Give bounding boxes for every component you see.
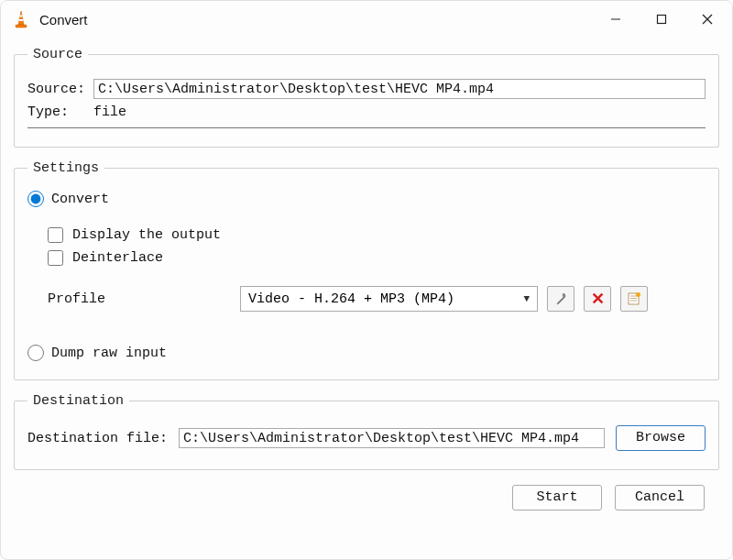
display-output-checkbox[interactable] [48, 227, 63, 243]
window-controls [593, 2, 730, 37]
source-group: Source Source: Type: file [14, 47, 719, 148]
window-title: Convert [39, 12, 593, 27]
dump-radio-row: Dump raw input [27, 345, 706, 361]
display-output-row: Display the output [48, 227, 706, 243]
new-profile-icon [627, 291, 641, 306]
edit-profile-button[interactable] [547, 286, 574, 312]
settings-legend: Settings [27, 160, 104, 176]
svg-rect-1 [19, 19, 23, 21]
svg-rect-2 [16, 25, 27, 27]
convert-radio[interactable] [27, 191, 44, 207]
type-value: file [93, 104, 126, 120]
titlebar: Convert [1, 1, 732, 38]
start-button[interactable]: Start [512, 485, 602, 511]
deinterlace-label: Deinterlace [72, 250, 163, 266]
deinterlace-row: Deinterlace [48, 250, 706, 266]
display-output-label: Display the output [72, 227, 221, 243]
dump-radio[interactable] [27, 345, 44, 361]
destination-group: Destination Destination file: Browse [14, 393, 719, 470]
cancel-button[interactable]: Cancel [615, 485, 705, 511]
convert-radio-label: Convert [51, 192, 109, 207]
svg-point-11 [636, 292, 640, 297]
maximize-button[interactable] [639, 2, 684, 37]
profile-select[interactable]: Video - H.264 + MP3 (MP4) ▼ [240, 286, 538, 312]
source-row: Source: [27, 79, 706, 99]
destination-row: Destination file: Browse [27, 425, 706, 451]
dialog-footer: Start Cancel [14, 483, 719, 511]
svg-rect-0 [20, 16, 23, 17]
source-label: Source: [27, 82, 93, 97]
minimize-button[interactable] [593, 2, 639, 37]
close-button[interactable] [684, 2, 730, 37]
destination-label: Destination file: [27, 431, 179, 446]
deinterlace-checkbox[interactable] [48, 250, 63, 266]
profile-row: Profile Video - H.264 + MP3 (MP4) ▼ ✕ [48, 286, 706, 312]
x-icon: ✕ [591, 289, 605, 309]
destination-input[interactable] [179, 428, 605, 448]
vlc-cone-icon [12, 10, 30, 28]
dialog-content: Source Source: Type: file Settings Conve… [1, 38, 732, 516]
profile-label: Profile [48, 291, 240, 307]
dump-radio-label: Dump raw input [51, 346, 167, 361]
type-label: Type: [27, 104, 93, 120]
delete-profile-button[interactable]: ✕ [584, 286, 611, 312]
chevron-down-icon: ▼ [523, 293, 530, 304]
browse-button[interactable]: Browse [616, 425, 706, 451]
type-row: Type: file [27, 104, 706, 128]
convert-options: Display the output Deinterlace [48, 227, 706, 266]
settings-group: Settings Convert Display the output Dein… [14, 160, 719, 380]
new-profile-button[interactable] [620, 286, 648, 312]
source-legend: Source [27, 47, 88, 62]
source-input[interactable] [93, 79, 706, 99]
profile-select-value: Video - H.264 + MP3 (MP4) [248, 291, 454, 307]
convert-radio-row: Convert [27, 191, 706, 207]
wrench-icon [553, 291, 568, 306]
destination-legend: Destination [27, 393, 129, 409]
svg-rect-4 [658, 16, 666, 24]
